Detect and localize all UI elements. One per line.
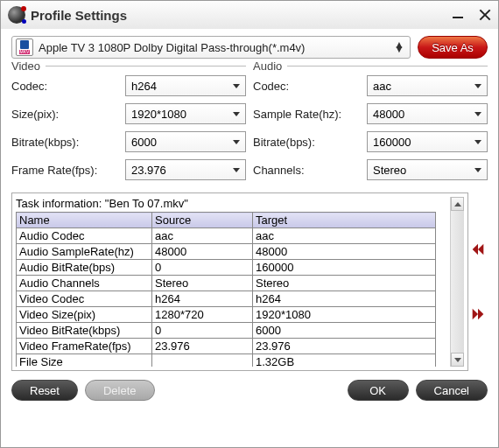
video-framerate-label: Frame Rate(fps): (11, 164, 125, 177)
delete-button[interactable]: Delete (85, 380, 155, 401)
prev-task-button[interactable] (469, 241, 487, 258)
audio-codec-label: Codec: (253, 80, 367, 93)
chevron-down-icon (233, 112, 240, 116)
video-size-label: Size(pix): (11, 108, 125, 121)
audio-channels-select[interactable]: Stereo (367, 159, 488, 180)
window-title: Profile Settings (31, 8, 453, 23)
ok-button[interactable]: OK (348, 380, 409, 401)
cell-target: 48000 (253, 244, 436, 260)
audio-heading: Audio (253, 60, 287, 73)
vertical-scrollbar[interactable] (450, 197, 464, 367)
cell-name: Video BitRate(kbps) (17, 323, 152, 339)
audio-bitrate-label: Bitrate(bps): (253, 136, 367, 149)
video-panel: Video Codec:h264 Size(pix):1920*1080 Bit… (11, 66, 246, 187)
triangle-down-icon (454, 358, 461, 362)
audio-bitrate-select[interactable]: 160000 (367, 131, 488, 152)
video-codec-select[interactable]: h264 (125, 75, 246, 96)
video-heading: Video (11, 60, 46, 73)
audio-channels-label: Channels: (253, 164, 367, 177)
task-info-label: Task information: "Ben To 07.mkv" (16, 197, 450, 210)
scroll-down-button[interactable] (451, 353, 464, 367)
cell-target: 1.32GB (253, 354, 436, 368)
title-bar: Profile Settings (1, 1, 498, 29)
chevron-down-icon (233, 84, 240, 88)
minimize-button[interactable] (453, 10, 463, 20)
cell-source: 48000 (152, 244, 253, 260)
task-table: Name Source Target Audio CodecaacaacAudi… (16, 212, 436, 367)
reset-button[interactable]: Reset (11, 380, 78, 401)
cell-name: Video Size(pix) (17, 307, 152, 323)
table-row: Audio Codecaacaac (17, 228, 436, 244)
cell-source: aac (152, 228, 253, 244)
cell-target: aac (253, 228, 436, 244)
table-row: Audio BitRate(bps)0160000 (17, 260, 436, 276)
video-codec-label: Codec: (11, 80, 125, 93)
dropdown-arrow-icon: ▲▼ (392, 40, 406, 54)
cell-name: Audio BitRate(bps) (17, 260, 152, 276)
table-row: Video Codech264h264 (17, 291, 436, 307)
cell-target: 23.976 (253, 339, 436, 354)
cell-target: 1920*1080 (253, 307, 436, 323)
cell-name: Audio Codec (17, 228, 152, 244)
col-name: Name (17, 213, 152, 228)
table-header-row: Name Source Target (17, 213, 436, 228)
chevron-down-icon (233, 168, 240, 172)
save-as-button[interactable]: Save As (418, 36, 488, 59)
profile-select[interactable]: MKV Apple TV 3 1080P Dolby Digital Pass-… (11, 36, 411, 59)
table-row: Audio ChannelsStereoStereo (17, 276, 436, 291)
profile-format-icon: MKV (16, 38, 33, 56)
profile-selected-text: Apple TV 3 1080P Dolby Digital Pass-thro… (39, 41, 392, 54)
table-row: File Size1.32GB (17, 354, 436, 368)
video-bitrate-select[interactable]: 6000 (125, 131, 246, 152)
col-target: Target (253, 213, 436, 228)
cell-target: Stereo (253, 276, 436, 291)
close-button[interactable] (479, 9, 491, 21)
audio-panel: Audio Codec:aac Sample Rate(hz):48000 Bi… (253, 66, 488, 187)
audio-samplerate-select[interactable]: 48000 (367, 103, 488, 124)
cell-target: h264 (253, 291, 436, 307)
chevron-down-icon (474, 140, 481, 144)
cell-name: Audio SampleRate(hz) (17, 244, 152, 260)
cell-target: 160000 (253, 260, 436, 276)
table-row: Audio SampleRate(hz)4800048000 (17, 244, 436, 260)
cell-source: 1280*720 (152, 307, 253, 323)
cell-source: 0 (152, 323, 253, 339)
table-row: Video FrameRate(fps)23.97623.976 (17, 339, 436, 354)
chevron-down-icon (474, 84, 481, 88)
cell-name: Video FrameRate(fps) (17, 339, 152, 354)
video-size-select[interactable]: 1920*1080 (125, 103, 246, 124)
cell-name: File Size (17, 354, 152, 368)
cell-source: Stereo (152, 276, 253, 291)
video-bitrate-label: Bitrate(kbps): (11, 136, 125, 149)
cancel-button[interactable]: Cancel (416, 380, 488, 401)
video-framerate-select[interactable]: 23.976 (125, 159, 246, 180)
audio-samplerate-label: Sample Rate(hz): (253, 108, 367, 121)
cell-source: h264 (152, 291, 253, 307)
cell-source (152, 354, 253, 368)
triangle-up-icon (454, 202, 461, 206)
cell-name: Video Codec (17, 291, 152, 307)
cell-source: 23.976 (152, 339, 253, 354)
task-info-panel: Task information: "Ben To 07.mkv" Name S… (11, 192, 468, 371)
audio-codec-select[interactable]: aac (367, 75, 488, 96)
table-row: Video BitRate(kbps)06000 (17, 323, 436, 339)
app-icon (8, 6, 25, 24)
chevron-down-icon (474, 168, 481, 172)
cell-target: 6000 (253, 323, 436, 339)
table-row: Video Size(pix)1280*7201920*1080 (17, 307, 436, 323)
col-source: Source (152, 213, 253, 228)
cell-name: Audio Channels (17, 276, 152, 291)
chevron-down-icon (233, 140, 240, 144)
chevron-down-icon (474, 112, 481, 116)
cell-source: 0 (152, 260, 253, 276)
next-task-button[interactable] (469, 305, 487, 323)
scroll-track[interactable] (451, 211, 464, 353)
scroll-up-button[interactable] (451, 197, 464, 211)
